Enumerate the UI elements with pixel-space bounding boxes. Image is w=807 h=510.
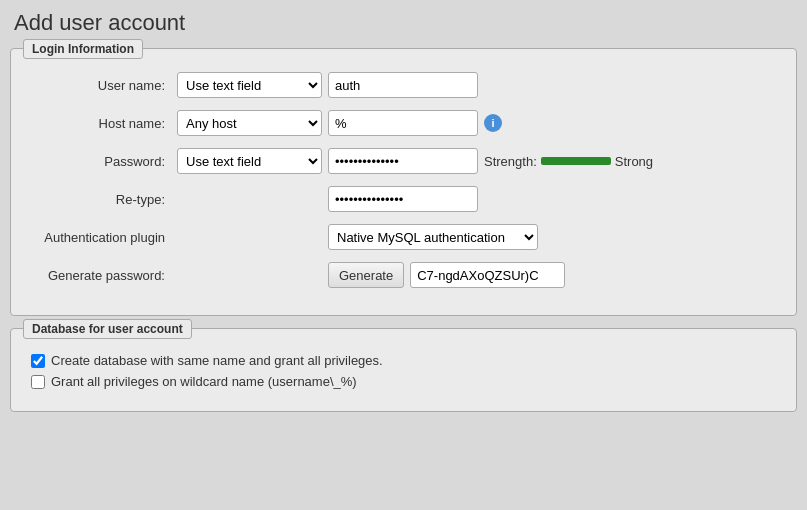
username-controls: Use text field Any user xyxy=(177,72,780,98)
wildcard-privileges-checkbox[interactable] xyxy=(31,375,45,389)
generate-password-label: Generate password: xyxy=(27,268,177,283)
page-title: Add user account xyxy=(10,10,797,36)
hostname-label: Host name: xyxy=(27,116,177,131)
hostname-dropdown[interactable]: Any host Local Custom xyxy=(177,110,322,136)
auth-plugin-dropdown[interactable]: Native MySQL authentication Caching SHA-… xyxy=(328,224,538,250)
auth-plugin-row: Authentication plugin Native MySQL authe… xyxy=(27,223,780,251)
password-label: Password: xyxy=(27,154,177,169)
password-input[interactable] xyxy=(328,148,478,174)
generate-password-row: Generate password: Generate xyxy=(27,261,780,289)
hostname-row: Host name: Any host Local Custom i xyxy=(27,109,780,137)
create-database-checkbox[interactable] xyxy=(31,354,45,368)
retype-controls xyxy=(177,186,780,212)
strength-label: Strength: xyxy=(484,154,537,169)
hostname-info-icon[interactable]: i xyxy=(484,114,502,132)
wildcard-privileges-row: Grant all privileges on wildcard name (u… xyxy=(31,374,780,389)
auth-plugin-label: Authentication plugin xyxy=(27,230,177,245)
retype-input[interactable] xyxy=(328,186,478,212)
wildcard-privileges-label: Grant all privileges on wildcard name (u… xyxy=(51,374,357,389)
strength-indicator: Strength: Strong xyxy=(484,154,653,169)
hostname-input[interactable] xyxy=(328,110,478,136)
strength-text: Strong xyxy=(615,154,653,169)
retype-label: Re-type: xyxy=(27,192,177,207)
strength-bar xyxy=(541,157,611,165)
username-dropdown[interactable]: Use text field Any user xyxy=(177,72,322,98)
generated-password-input[interactable] xyxy=(410,262,565,288)
database-section-content: Create database with same name and grant… xyxy=(27,353,780,389)
database-section: Database for user account Create databas… xyxy=(10,328,797,412)
password-dropdown[interactable]: Use text field No password xyxy=(177,148,322,174)
database-section-legend: Database for user account xyxy=(23,319,192,339)
auth-plugin-controls: Native MySQL authentication Caching SHA-… xyxy=(177,224,780,250)
password-controls: Use text field No password Strength: Str… xyxy=(177,148,780,174)
password-row: Password: Use text field No password Str… xyxy=(27,147,780,175)
create-database-row: Create database with same name and grant… xyxy=(31,353,780,368)
login-section: Login Information User name: Use text fi… xyxy=(10,48,797,316)
generate-button[interactable]: Generate xyxy=(328,262,404,288)
generate-password-controls: Generate xyxy=(177,262,780,288)
login-section-legend: Login Information xyxy=(23,39,143,59)
username-label: User name: xyxy=(27,78,177,93)
username-row: User name: Use text field Any user xyxy=(27,71,780,99)
hostname-controls: Any host Local Custom i xyxy=(177,110,780,136)
retype-row: Re-type: xyxy=(27,185,780,213)
create-database-label: Create database with same name and grant… xyxy=(51,353,383,368)
username-input[interactable] xyxy=(328,72,478,98)
